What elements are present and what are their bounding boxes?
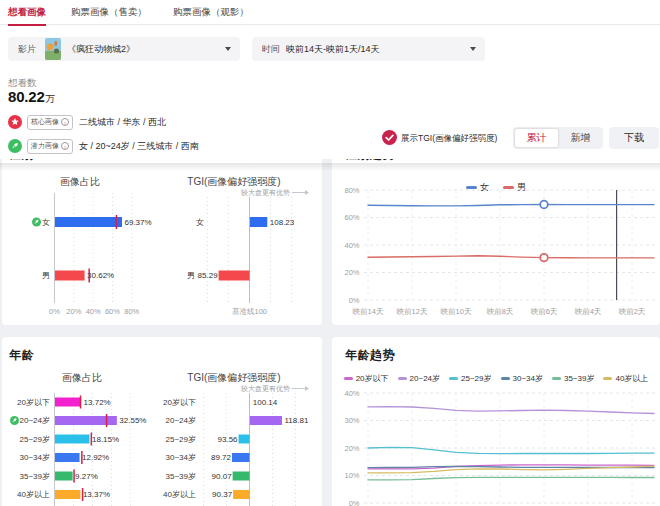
svg-text:映前2天: 映前2天 [619,307,646,316]
tgi-value-label: 90.07 [212,472,233,481]
tgi-category-label: 女 [196,218,204,227]
tab-bar: 想看画像 购票画像（售卖） 购票画像（观影） [0,0,660,25]
svg-text:20%: 20% [344,268,359,277]
potential-profile-row: 潜力画像 i 女 / 20~24岁 / 三线城市 / 西南 [8,138,199,154]
page-header: 想看画像 购票画像（售卖） 购票画像（观影） 影片 《疯狂动物城2》 时间 映前… [0,0,660,159]
svg-text:映前12天: 映前12天 [397,307,428,316]
potential-marker-icon [32,218,41,227]
svg-text:映前4天: 映前4天 [575,307,602,316]
tgi-checkbox-label[interactable]: 展示TGI(画像偏好强弱度) [401,133,497,145]
share-bar [55,217,122,227]
svg-text:20%: 20% [344,444,359,453]
tab-ticket-profile-viewing[interactable]: 购票画像（观影） [173,0,249,25]
movie-filter-label: 影片 [18,43,36,56]
svg-text:80%: 80% [124,307,139,316]
core-profile-star-icon [8,115,22,129]
share-bar [55,435,89,444]
core-profile-text: 二线城市 / 华东 / 西北 [79,116,166,129]
potential-profile-info-icon[interactable]: i [61,142,69,150]
tgi-category-label: 25~29岁 [166,435,196,444]
svg-text:40%: 40% [344,241,359,250]
share-value-label: 13.72% [84,398,111,407]
tab-ticket-profile-sale[interactable]: 购票画像（售卖） [71,0,147,25]
share-value-label: 12.92% [82,453,109,462]
tgi-value-label: 118.81 [284,416,308,425]
movie-filter-value: 《疯狂动物城2》 [67,43,135,56]
core-profile-badge-label: 核心画像 [31,117,59,127]
share-value-label: 32.55% [119,416,146,425]
share-bar [55,472,73,481]
segment-new[interactable]: 新增 [559,128,602,148]
age-profile-chart: 较大盘更有优势20岁以下13.72%100.1420岁以下20~24岁32.55… [2,337,322,506]
svg-text:80%: 80% [344,186,359,195]
tgi-value-label: 89.72 [211,453,232,462]
tgi-bar [250,416,282,425]
svg-text:映前8天: 映前8天 [487,307,514,316]
tgi-display-checkbox[interactable] [382,130,397,145]
tgi-bar [232,453,249,462]
trend-marker-男 [540,254,548,262]
svg-text:映前14天: 映前14天 [353,307,384,316]
download-button[interactable]: 下载 [609,127,659,149]
share-value-label: 9.27% [75,472,98,481]
tgi-category-label: 20~24岁 [166,416,196,425]
potential-marker-icon [10,416,19,425]
svg-text:映前10天: 映前10天 [441,307,472,316]
share-category-label: 男 [42,271,50,280]
tgi-bar [219,271,250,281]
svg-text:较大盘更有优势: 较大盘更有优势 [240,189,290,197]
core-profile-row: 核心画像 i 二线城市 / 华东 / 西北 [8,114,166,130]
core-profile-info-icon[interactable]: i [61,118,69,126]
movie-poster-thumbnail [45,38,61,60]
tab-want-to-see-profile[interactable]: 想看画像 [8,0,46,25]
share-category-label: 35~39岁 [20,472,50,481]
time-filter-dropdown[interactable]: 时间 映前14天-映前1天/14天 [252,37,485,61]
core-profile-badge: 核心画像 i [27,115,73,130]
trend-line-35~39岁 [368,477,654,480]
tgi-category-label: 男 [187,271,195,280]
svg-text:10%: 10% [344,471,359,480]
benchmark-tick [116,215,118,229]
want-to-see-count: 80.22 万 [8,88,55,106]
share-bar [55,490,80,499]
benchmark-tick [106,414,108,427]
share-value-label: 18.15% [92,435,119,444]
age-section-card: 年龄 画像占比 TGI(画像偏好强弱度) 较大盘更有优势20岁以下13.72%1… [2,337,322,506]
trend-line-女 [368,205,654,206]
movie-filter-caret-icon [225,47,231,51]
potential-profile-badge-label: 潜力画像 [31,141,59,151]
svg-text:0%: 0% [349,296,360,305]
svg-text:40%: 40% [86,307,101,316]
share-value-label: 30.62% [87,271,114,280]
tgi-bar [239,435,250,444]
tgi-value-label: 100.14 [253,398,278,407]
share-bar [55,398,81,407]
segment-cumulative[interactable]: 累计 [514,128,559,148]
trend-line-20~24岁 [368,407,654,414]
share-category-label: 女 [42,218,50,227]
share-category-label: 25~29岁 [20,435,50,444]
potential-profile-text: 女 / 20~24岁 / 三线城市 / 西南 [79,140,199,153]
svg-text:40%: 40% [344,389,359,398]
header-shadow [0,163,660,171]
share-bar [55,453,80,462]
tgi-value-label: 85.29 [198,271,219,280]
trend-marker-女 [540,201,548,209]
share-bar [55,271,85,281]
tgi-bar [233,472,250,481]
share-bar [55,416,117,425]
movie-filter-dropdown[interactable]: 影片 《疯狂动物城2》 [8,37,240,61]
want-to-see-count-value: 80.22 [8,88,45,105]
potential-profile-rocket-icon [8,139,22,153]
tgi-category-label: 35~39岁 [166,472,196,481]
time-filter-caret-icon [470,47,476,51]
trend-line-男 [368,256,654,258]
age-trend-card: 年龄趋势 20岁以下20~24岁25~29岁30~34岁35~39岁40岁以上 … [332,337,660,506]
app-root: 性别 画像占比 TGI(画像偏好强弱度) 0%20%40%60%80%较大盘更有… [0,0,660,506]
time-filter-value: 映前14天-映前1天/14天 [286,43,380,56]
svg-text:映前6天: 映前6天 [531,307,558,316]
time-filter-label: 时间 [262,43,280,56]
share-category-label: 30~34岁 [20,453,50,462]
age-trend-chart: 0%10%20%30%40% [332,337,660,506]
share-value-label: 69.37% [125,218,152,227]
